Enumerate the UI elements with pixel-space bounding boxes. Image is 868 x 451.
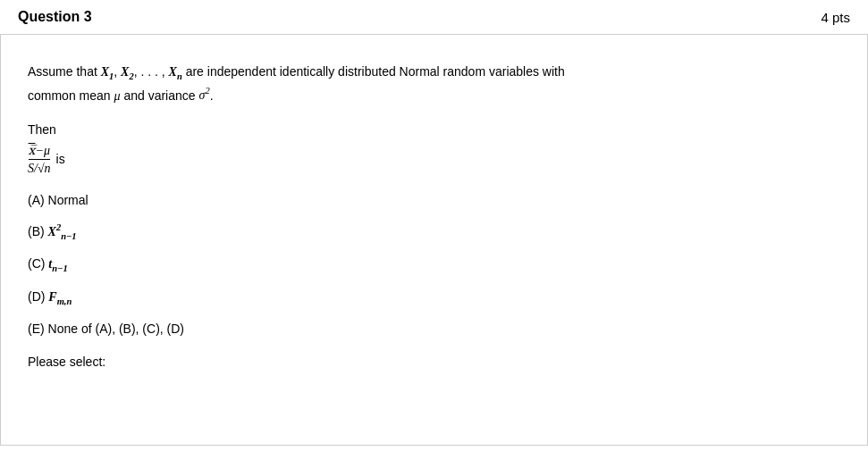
- option-d-label: Fm,n: [48, 290, 72, 304]
- question-header: Question 3 4 pts: [0, 0, 868, 35]
- please-select-label: Please select:: [28, 355, 831, 369]
- option-c[interactable]: (C) tn−1: [28, 255, 831, 275]
- var-x1: X1: [101, 65, 114, 79]
- minus-mu: −μ: [36, 144, 50, 157]
- question-points: 4 pts: [821, 10, 850, 25]
- x-bar: x̅: [29, 144, 36, 157]
- question-container: Question 3 4 pts Assume that X1, X2, . .…: [0, 0, 868, 451]
- intro-text: Assume that X1, X2, . . . , Xn are indep…: [28, 62, 831, 106]
- is-label: is: [56, 152, 65, 166]
- option-a-label: Normal: [48, 193, 88, 207]
- then-label: Then: [28, 122, 831, 137]
- var-mu: μ: [114, 88, 120, 102]
- var-sigma2: σ2: [198, 88, 209, 102]
- var-x2: X2: [121, 65, 134, 79]
- option-e-label: None of (A), (B), (C), (D): [48, 322, 184, 336]
- question-title: Question 3: [18, 9, 92, 25]
- var-xn: Xn: [169, 65, 182, 79]
- option-b[interactable]: (B) X2n−1: [28, 221, 831, 243]
- option-c-label: tn−1: [48, 257, 67, 271]
- option-a[interactable]: (A) Normal: [28, 192, 831, 210]
- fraction: x̅−μ S/√n: [28, 143, 51, 176]
- option-d[interactable]: (D) Fm,n: [28, 288, 831, 308]
- s-sqrt-n: S/√n: [28, 162, 51, 175]
- options-list: (A) Normal (B) X2n−1 (C) tn−1 (D) Fm,n (…: [28, 192, 831, 338]
- fraction-numerator: x̅−μ: [29, 143, 50, 160]
- option-e[interactable]: (E) None of (A), (B), (C), (D): [28, 321, 831, 338]
- fraction-denominator: S/√n: [28, 160, 51, 176]
- option-b-label: X2n−1: [48, 225, 77, 238]
- fraction-expression: x̅−μ S/√n is: [28, 143, 65, 176]
- question-body: Assume that X1, X2, . . . , Xn are indep…: [0, 35, 868, 446]
